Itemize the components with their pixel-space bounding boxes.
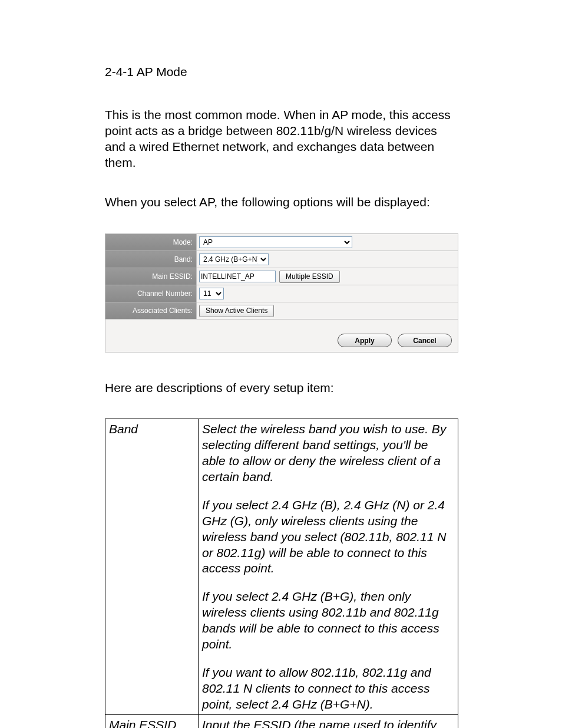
row-channel: Channel Number: 11 <box>105 285 458 302</box>
description-table: Band Select the wireless band you wish t… <box>105 419 458 728</box>
label-mode: Mode: <box>105 234 197 251</box>
band-desc-p4: If you want to allow 802.11b, 802.11g an… <box>202 665 454 713</box>
band-desc-p3: If you select 2.4 GHz (B+G), then only w… <box>202 589 454 653</box>
label-associated: Associated Clients: <box>105 302 197 319</box>
show-active-clients-button[interactable]: Show Active Clients <box>199 305 274 317</box>
multiple-essid-button[interactable]: Multiple ESSID <box>279 271 340 283</box>
table-row: Band Select the wireless band you wish t… <box>105 419 458 715</box>
essid-desc-p1: Input the ESSID (the name used to identi… <box>202 718 437 728</box>
band-desc-p2: If you select 2.4 GHz (B), 2.4 GHz (N) o… <box>202 498 454 577</box>
paragraph-intro-1: This is the most common mode. When in AP… <box>105 107 457 171</box>
spacer <box>202 577 454 589</box>
label-essid: Main ESSID: <box>105 268 197 285</box>
cancel-button[interactable]: Cancel <box>398 334 452 347</box>
table-row: Main ESSID Input the ESSID (the name use… <box>105 715 458 728</box>
row-essid: Main ESSID: Multiple ESSID <box>105 268 458 285</box>
cell-essid-desc: Input the ESSID (the name used to identi… <box>199 715 458 728</box>
cell-band-key: Band <box>105 419 199 715</box>
spacer <box>202 485 454 498</box>
spacer <box>202 653 454 665</box>
band-select[interactable]: 2.4 GHz (B+G+N) <box>199 253 269 265</box>
cell-essid-key: Main ESSID <box>105 715 199 728</box>
essid-input[interactable] <box>199 271 276 282</box>
row-mode: Mode: AP <box>105 233 458 251</box>
band-desc-p1: Select the wireless band you wish to use… <box>202 421 454 485</box>
apply-button[interactable]: Apply <box>338 334 392 347</box>
label-channel: Channel Number: <box>105 285 197 302</box>
mode-select[interactable]: AP <box>199 236 352 248</box>
row-band: Band: 2.4 GHz (B+G+N) <box>105 251 458 268</box>
section-title: 2-4-1 AP Mode <box>105 65 457 79</box>
cell-band-desc: Select the wireless band you wish to use… <box>199 419 458 715</box>
row-associated: Associated Clients: Show Active Clients <box>105 302 458 319</box>
paragraph-intro-2: When you select AP, the following option… <box>105 195 457 210</box>
descriptions-intro: Here are descriptions of every setup ite… <box>105 381 457 395</box>
channel-select[interactable]: 11 <box>199 288 224 299</box>
label-band: Band: <box>105 251 197 268</box>
config-panel: Mode: AP Band: 2.4 GHz (B+G+N) Main ESSI… <box>105 233 458 353</box>
action-bar: Apply Cancel <box>105 319 458 353</box>
